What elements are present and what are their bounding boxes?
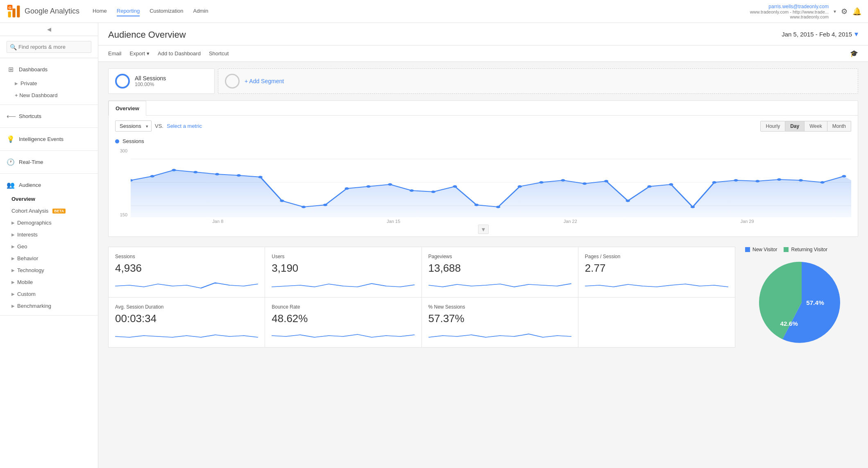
chart-area: 300 150 <box>109 148 858 236</box>
metric-sessions-title: Sessions <box>115 254 258 259</box>
sidebar-item-mobile[interactable]: ▶ Mobile <box>0 276 98 288</box>
svg-point-34 <box>691 206 695 208</box>
metric-bounce-rate-value: 48.62% <box>272 312 415 325</box>
intelligence-label: Intelligence Events <box>19 136 91 142</box>
sidebar-item-cohort[interactable]: Cohort Analysis BETA <box>0 205 98 217</box>
sidebar-item-geo[interactable]: ▶ Geo <box>0 241 98 252</box>
metric-pageviews: Pageviews 13,688 <box>422 247 578 298</box>
metric-pageviews-sparkline <box>428 278 571 290</box>
metric-avg-session: Avg. Session Duration 00:03:34 <box>109 298 265 348</box>
sidebar-item-interests[interactable]: ▶ Interests <box>0 229 98 241</box>
svg-rect-0 <box>8 11 11 17</box>
notifications-icon[interactable]: 🔔 <box>852 7 861 16</box>
metric-pageviews-value: 13,688 <box>428 262 571 275</box>
intelligence-icon: 💡 <box>7 135 15 143</box>
returning-visitor-label: Returning Visitor <box>791 247 827 252</box>
nav-home[interactable]: Home <box>93 6 107 16</box>
page-title: Audience Overview <box>108 30 186 40</box>
date-range-picker[interactable]: Jan 5, 2015 - Feb 4, 2015 ▾ <box>782 30 858 39</box>
y-label-300: 300 <box>115 148 127 153</box>
visitor-legend: New Visitor Returning Visitor <box>745 247 858 252</box>
settings-icon[interactable]: ⚙ <box>841 7 848 16</box>
svg-point-35 <box>712 181 717 184</box>
nav-reporting[interactable]: Reporting <box>117 6 140 16</box>
svg-point-27 <box>539 181 544 184</box>
svg-point-9 <box>150 175 154 177</box>
shortcuts-label: Shortcuts <box>19 113 91 119</box>
svg-point-41 <box>842 175 846 177</box>
svg-point-40 <box>820 181 825 184</box>
metric-dropdown[interactable]: Sessions <box>115 120 152 132</box>
svg-point-24 <box>474 204 479 206</box>
sidebar-item-dashboards[interactable]: ⊞ Dashboards <box>0 61 98 77</box>
svg-point-25 <box>496 206 501 208</box>
sidebar-item-demographics[interactable]: ▶ Demographics <box>0 217 98 229</box>
add-to-dashboard-button[interactable]: Add to Dashboard <box>158 49 201 58</box>
search-icon: 🔍 <box>10 44 17 50</box>
sidebar-item-new-dashboard[interactable]: + New Dashboard <box>0 89 98 101</box>
technology-label: Technology <box>17 267 44 273</box>
svg-point-17 <box>323 204 328 206</box>
sessions-legend-dot <box>115 139 119 143</box>
sidebar-toggle[interactable]: ◀ <box>0 23 98 36</box>
cap-icon[interactable]: 🎓 <box>850 50 858 57</box>
metrics-grid: Sessions 4,936 Users 3,190 <box>98 237 868 357</box>
demographics-label: Demographics <box>17 220 52 226</box>
nav-admin[interactable]: Admin <box>193 6 209 16</box>
export-button[interactable]: Export ▾ <box>130 49 150 58</box>
pie-container: 57.4% 42.6% <box>745 257 858 348</box>
email-button[interactable]: Email <box>108 49 122 58</box>
metric-dropdown-wrap: Sessions <box>115 120 152 132</box>
svg-point-28 <box>561 179 565 182</box>
svg-point-16 <box>301 206 306 208</box>
add-segment-card[interactable]: + Add Segment <box>218 68 858 94</box>
chart-collapse-arrow[interactable]: ▾ <box>478 225 489 234</box>
demographics-tri: ▶ <box>11 220 15 225</box>
cohort-label: Cohort Analysis <box>11 208 48 214</box>
metric-users-sparkline <box>272 278 415 290</box>
time-btn-hourly[interactable]: Hourly <box>760 121 785 132</box>
date-range-arrow: ▾ <box>854 30 858 39</box>
shortcut-button[interactable]: Shortcut <box>209 49 229 58</box>
date-range-text: Jan 5, 2015 - Feb 4, 2015 <box>782 31 852 38</box>
metric-users: Users 3,190 <box>265 247 422 298</box>
sidebar-item-private[interactable]: ▶ Private <box>0 77 98 89</box>
svg-point-33 <box>669 183 673 186</box>
behavior-label: Behavior <box>17 255 38 261</box>
sidebar-item-audience-overview[interactable]: Overview <box>0 193 98 205</box>
time-btn-day[interactable]: Day <box>785 121 805 132</box>
top-nav: G Google Analytics Home Reporting Custom… <box>0 0 868 23</box>
search-input[interactable] <box>7 41 91 53</box>
metric-bounce-rate-title: Bounce Rate <box>272 304 415 310</box>
sidebar-item-technology[interactable]: ▶ Technology <box>0 264 98 276</box>
metric-bounce-rate-sparkline <box>272 328 415 341</box>
time-btn-week[interactable]: Week <box>805 121 827 132</box>
overview-tab: Overview <box>109 101 858 116</box>
svg-point-19 <box>366 185 371 188</box>
chart-collapse[interactable]: ▾ <box>115 225 851 233</box>
legend-new-visitor: New Visitor <box>745 247 777 252</box>
account-dropdown-arrow[interactable]: ▾ <box>834 9 836 14</box>
sidebar-item-audience[interactable]: 👥 Audience <box>0 177 98 193</box>
nav-user: parris.wells@tradeonly.com www.tradeonly… <box>750 4 829 19</box>
benchmarking-label: Benchmarking <box>17 303 51 309</box>
benchmarking-tri: ▶ <box>11 304 15 308</box>
sidebar-item-behavior[interactable]: ▶ Behavior <box>0 252 98 264</box>
svg-point-21 <box>410 189 414 192</box>
geo-tri: ▶ <box>11 244 15 249</box>
tab-overview[interactable]: Overview <box>109 101 146 116</box>
nav-customization[interactable]: Customization <box>150 6 183 16</box>
pie-chart: 57.4% 42.6% <box>757 257 847 348</box>
sidebar-item-shortcuts[interactable]: ⟵ Shortcuts <box>0 108 98 124</box>
time-btn-month[interactable]: Month <box>827 121 851 132</box>
select-metric-link[interactable]: Select a metric <box>167 123 202 129</box>
sidebar-item-realtime[interactable]: 🕐 Real-Time <box>0 154 98 170</box>
sidebar-item-custom[interactable]: ▶ Custom <box>0 288 98 300</box>
nav-links: Home Reporting Customization Admin <box>93 6 750 16</box>
sidebar-item-intelligence[interactable]: 💡 Intelligence Events <box>0 131 98 147</box>
sidebar-item-benchmarking[interactable]: ▶ Benchmarking <box>0 300 98 312</box>
svg-point-12 <box>215 173 220 175</box>
metric-pageviews-title: Pageviews <box>428 254 571 259</box>
all-sessions-segment: All Sessions 100.00% <box>108 68 215 94</box>
interests-tri: ▶ <box>11 232 15 237</box>
